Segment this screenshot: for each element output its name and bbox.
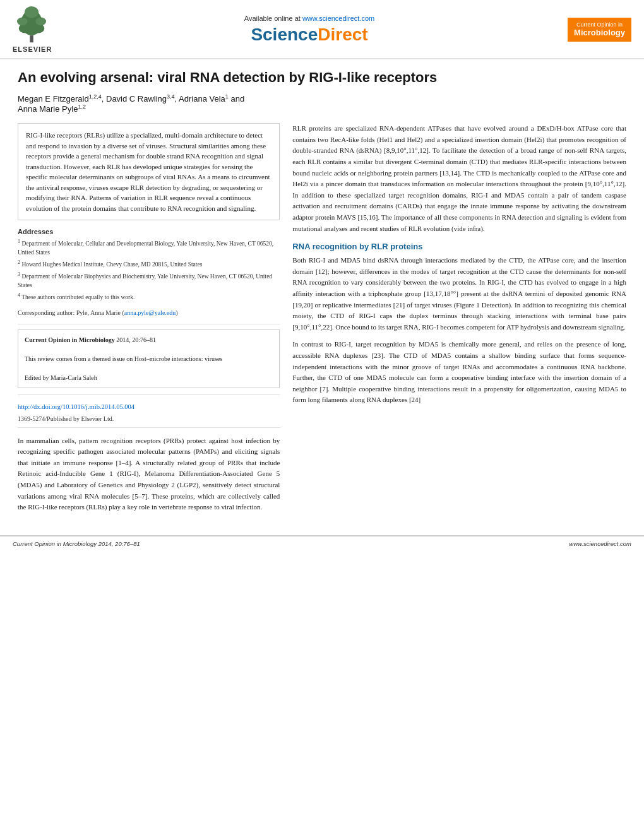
abstract-box: RIG-I-like receptors (RLRs) utilize a sp…	[18, 123, 280, 220]
elsevier-tree-icon	[13, 6, 51, 44]
elsevier-text: ELSEVIER	[13, 45, 52, 53]
section-heading-rna-recognition: RNA recognition by RLR proteins	[292, 242, 626, 251]
left-column: RIG-I-like receptors (RLRs) utilize a sp…	[18, 123, 280, 513]
journal-badge-title: Microbiology	[574, 28, 625, 38]
addresses-section: Addresses 1 Department of Molecular, Cel…	[18, 228, 280, 302]
edited-by-text: Edited by Maria-Carla Saleh	[25, 374, 97, 381]
doi-link[interactable]: http://dx.doi.org/10.1016/j.mib.2014.05.…	[18, 403, 134, 410]
two-column-layout: RIG-I-like receptors (RLRs) utilize a sp…	[18, 123, 626, 513]
themed-issue-text: This review comes from a themed issue on…	[25, 355, 222, 362]
doi-section: http://dx.doi.org/10.1016/j.mib.2014.05.…	[18, 400, 280, 412]
page-header: ELSEVIER Available online at www.science…	[0, 0, 644, 59]
article-content: An evolving arsenal: viral RNA detection…	[0, 59, 644, 523]
elsevier-logo: ELSEVIER	[13, 6, 88, 53]
journal-badge-top: Current Opinion in	[574, 21, 625, 28]
available-online-text: Available online at www.sciencedirect.co…	[88, 15, 530, 22]
intro-paragraph: In mammalian cells, pattern recognition …	[18, 435, 280, 513]
abstract-text: RIG-I-like receptors (RLRs) utilize a sp…	[26, 131, 270, 212]
right-para-1: RLR proteins are specialized RNA-depende…	[292, 123, 626, 234]
corresponding-email[interactable]: anna.pyle@yale.edu	[124, 309, 176, 316]
journal-year-pages: 2014, 20:76–81	[116, 336, 156, 343]
journal-name: Current Opinion in Microbiology	[25, 336, 115, 343]
journal-badge: Current Opinion in Microbiology	[568, 18, 631, 42]
addresses-title: Addresses	[18, 228, 280, 235]
address-3: 3 Department of Molecular Biophysics and…	[18, 271, 280, 290]
article-title: An evolving arsenal: viral RNA detection…	[18, 69, 626, 87]
article-page: ELSEVIER Available online at www.science…	[0, 0, 644, 835]
header-center: Available online at www.sciencedirect.co…	[88, 15, 530, 45]
address-1: 1 Department of Molecular, Cellular and …	[18, 238, 280, 257]
journal-badge-area: Current Opinion in Microbiology	[530, 18, 631, 42]
journal-info-box: Current Opinion in Microbiology 2014, 20…	[18, 329, 280, 388]
elsevier-branding: ELSEVIER	[13, 6, 88, 53]
sciencedirect-logo: ScienceDirect	[88, 25, 530, 45]
right-para-2: Both RIG-I and MDA5 bind dsRNA through i…	[292, 255, 626, 333]
svg-point-6	[25, 6, 39, 18]
address-4: 4 These authors contributed equally to t…	[18, 292, 280, 302]
footer-left: Current Opinion in Microbiology 2014, 20…	[13, 540, 140, 547]
svg-rect-0	[30, 35, 33, 42]
right-para-3: In contrast to RIG-I, target recognition…	[292, 339, 626, 406]
issn-text: 1369-5274/Published by Elsevier Ltd.	[18, 415, 280, 422]
sciencedirect-url[interactable]: www.sciencedirect.com	[302, 15, 374, 22]
svg-point-5	[35, 18, 46, 26]
corresponding-author: Corresponding author: Pyle, Anna Marie (…	[18, 309, 280, 317]
article-authors: Megan E Fitzgerald1,2,4, David C Rawling…	[18, 93, 626, 114]
svg-point-4	[17, 18, 28, 26]
footer-right: www.sciencedirect.com	[569, 540, 631, 547]
right-column: RLR proteins are specialized RNA-depende…	[292, 123, 626, 513]
page-footer: Current Opinion in Microbiology 2014, 20…	[0, 535, 644, 551]
address-2: 2 Howard Hughes Medical Institute, Chevy…	[18, 259, 280, 269]
